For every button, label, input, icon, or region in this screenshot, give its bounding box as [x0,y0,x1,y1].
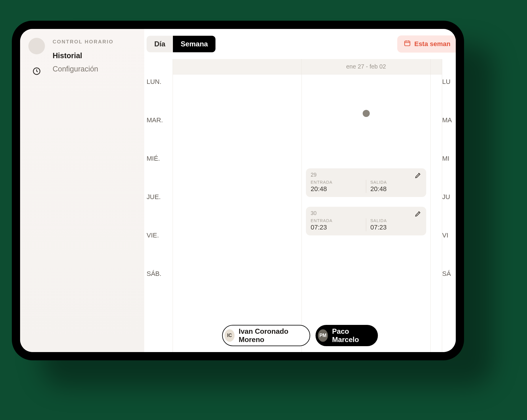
weekday-label: MAR. [144,113,173,151]
weekday-label: MI [442,151,456,190]
weekday-label: LU [442,74,456,113]
this-week-label: Esta seman [414,40,450,48]
sidebar-item-configuracion[interactable]: Configuración [53,62,144,76]
edit-icon[interactable] [414,172,421,179]
sidebar-heading: CONTROL HORARIO [53,39,144,45]
entry-out-time: 20:48 [370,185,421,193]
user-initials-badge: IC [225,329,235,342]
entry-in-time: 07:23 [311,224,362,231]
entry-out-time: 07:23 [370,224,421,231]
user-chip-ivan[interactable]: IC Ivan Coronado Moreno [222,325,310,346]
weekday-label: MA [442,113,456,151]
topbar: Día Semana Esta seman [144,29,456,59]
entry-in: ENTRADA 07:23 [311,218,362,231]
entry-daynum: 29 [311,172,421,178]
week-header: ene 27 - feb 02 [302,59,430,74]
calendar-icon [404,40,411,48]
sidebar-content: CONTROL HORARIO Historial Configuración [53,37,144,76]
main: Día Semana Esta seman LUN. MAR. [144,29,456,352]
weekday-column-right: LU MA MI JU VI SÁ [442,59,456,352]
sidebar-item-label: Historial [53,51,82,60]
week-body [173,74,301,352]
weekday-label: LUN. [144,74,173,113]
user-chip-paco[interactable]: PM Paco Marcelo [316,325,378,346]
user-name: Paco Marcelo [332,327,369,344]
weekday-label: JU [442,190,456,228]
this-week-button[interactable]: Esta seman [397,35,456,53]
week-column-next[interactable] [430,59,442,352]
avatar[interactable] [28,38,45,54]
entry-out-label: SALIDA [370,218,421,223]
tab-week[interactable]: Semana [173,36,215,52]
tablet-frame: CONTROL HORARIO Historial Configuración … [12,21,464,360]
entry-out: SALIDA 07:23 [366,218,421,231]
week-column-prev[interactable] [173,59,301,352]
week-body: 29 ENTRADA 20:48 SALIDA 20:48 [302,74,430,352]
weekday-label: VIE. [144,228,173,266]
entry-in-label: ENTRADA [311,180,362,185]
tab-day[interactable]: Día [147,36,173,52]
weekday-label: SÁB. [144,266,173,305]
week-header [173,59,301,74]
calendar-grid: LUN. MAR. MIÉ. JUE. VIE. SÁB. ene [144,59,456,352]
sidebar-item-label: Configuración [53,65,98,73]
weeks-container: ene 27 - feb 02 29 [173,59,442,352]
entry-in: ENTRADA 20:48 [311,180,362,193]
weekday-label: JUE. [144,190,173,228]
today-dot-icon [363,110,370,117]
sidebar-rail [28,38,46,77]
entry-in-time: 20:48 [311,185,362,193]
time-entry-card[interactable]: 30 ENTRADA 07:23 SALIDA 07:23 [306,207,426,235]
sidebar-item-historial[interactable]: Historial [53,49,144,62]
screen: CONTROL HORARIO Historial Configuración … [20,29,456,352]
user-chips: IC Ivan Coronado Moreno PM Paco Marcelo [222,325,378,346]
user-initials-badge: PM [318,329,328,342]
svg-rect-1 [405,41,410,46]
entry-daynum: 30 [311,210,421,216]
week-body [431,74,442,352]
entry-out-label: SALIDA [370,180,421,185]
clock-icon[interactable] [32,67,41,77]
entry-row: ENTRADA 07:23 SALIDA 07:23 [311,218,421,231]
weekday-label: VI [442,228,456,266]
week-column-current[interactable]: ene 27 - feb 02 29 [301,59,430,352]
entry-out: SALIDA 20:48 [366,180,421,193]
entry-in-label: ENTRADA [311,218,362,223]
time-entry-card[interactable]: 29 ENTRADA 20:48 SALIDA 20:48 [306,168,426,197]
user-name: Ivan Coronado Moreno [239,327,301,344]
weekday-label: MIÉ. [144,151,173,190]
scene: CONTROL HORARIO Historial Configuración … [0,0,527,420]
edit-icon[interactable] [414,210,421,217]
weekday-label: SÁ [442,266,456,305]
weekday-column-left: LUN. MAR. MIÉ. JUE. VIE. SÁB. [144,59,173,352]
sidebar: CONTROL HORARIO Historial Configuración [20,29,144,352]
week-header [431,59,442,74]
entry-row: ENTRADA 20:48 SALIDA 20:48 [311,180,421,193]
view-toggle: Día Semana [147,36,215,52]
